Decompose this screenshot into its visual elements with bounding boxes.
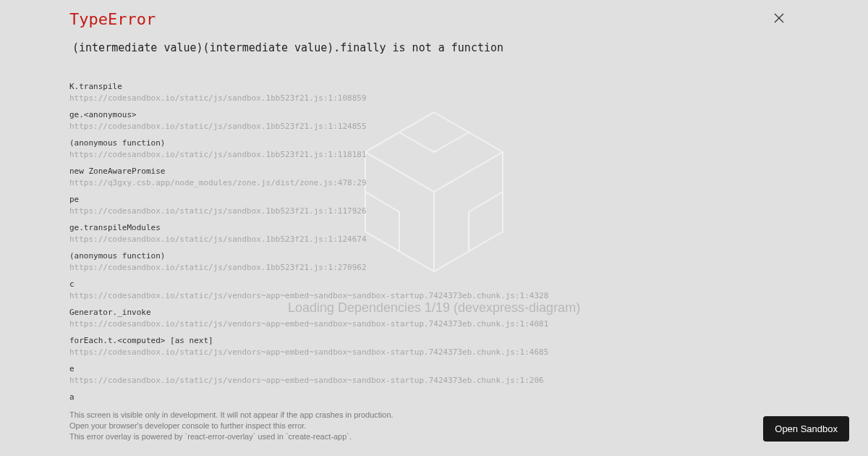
frame-function: K.transpile: [69, 82, 799, 91]
stack-frame[interactable]: a: [69, 392, 799, 402]
stack-frame[interactable]: ge.<anonymous>https://codesandbox.io/sta…: [69, 110, 799, 131]
stack-frame[interactable]: (anonymous function)https://codesandbox.…: [69, 251, 799, 272]
frame-location: https://codesandbox.io/static/js/vendors…: [69, 291, 799, 300]
frame-location: https://codesandbox.io/static/js/sandbox…: [69, 150, 799, 159]
stack-frame[interactable]: Generator._invokehttps://codesandbox.io/…: [69, 308, 799, 329]
frame-function: Generator._invoke: [69, 308, 799, 317]
frame-location: https://codesandbox.io/static/js/sandbox…: [69, 206, 799, 216]
frame-location: https://codesandbox.io/static/js/vendors…: [69, 319, 799, 329]
frame-function: (anonymous function): [69, 138, 799, 148]
error-message: (intermediate value)(intermediate value)…: [69, 41, 799, 54]
frame-function: pe: [69, 195, 799, 204]
open-sandbox-button[interactable]: Open Sandbox: [763, 416, 849, 442]
stack-frame[interactable]: chttps://codesandbox.io/static/js/vendor…: [69, 279, 799, 300]
frame-location: https://q3gxy.csb.app/node_modules/zone.…: [69, 178, 799, 187]
frame-location: https://codesandbox.io/static/js/sandbox…: [69, 263, 799, 272]
frame-location: https://codesandbox.io/static/js/sandbox…: [69, 93, 799, 103]
close-button[interactable]: [774, 13, 788, 28]
error-overlay: TypeError (intermediate value)(intermedi…: [0, 0, 868, 456]
footer-note: This screen is visible only in developme…: [69, 410, 799, 419]
footer-note: This error overlay is powered by `react-…: [69, 432, 799, 441]
stack-frames: K.transpilehttps://codesandbox.io/static…: [69, 82, 799, 402]
frame-location: https://codesandbox.io/static/js/sandbox…: [69, 235, 799, 244]
open-sandbox-label: Open Sandbox: [775, 423, 838, 434]
frame-location: https://codesandbox.io/static/js/vendors…: [69, 376, 799, 385]
frame-function: (anonymous function): [69, 251, 799, 261]
frame-function: c: [69, 279, 799, 289]
footer-note: Open your browser's developer console to…: [69, 421, 799, 430]
frame-function: forEach.t.<computed> [as next]: [69, 336, 799, 345]
stack-frame[interactable]: pehttps://codesandbox.io/static/js/sandb…: [69, 195, 799, 216]
frame-location: https://codesandbox.io/static/js/vendors…: [69, 347, 799, 357]
stack-frame[interactable]: forEach.t.<computed> [as next]https://co…: [69, 336, 799, 357]
frame-function: a: [69, 392, 799, 402]
stack-frame[interactable]: (anonymous function)https://codesandbox.…: [69, 138, 799, 159]
stack-frame[interactable]: new ZoneAwarePromisehttps://q3gxy.csb.ap…: [69, 166, 799, 187]
error-type: TypeError: [69, 10, 799, 28]
stack-frame[interactable]: K.transpilehttps://codesandbox.io/static…: [69, 82, 799, 103]
frame-function: ge.transpileModules: [69, 223, 799, 232]
frame-location: https://codesandbox.io/static/js/sandbox…: [69, 122, 799, 131]
frame-function: ge.<anonymous>: [69, 110, 799, 119]
stack-frame[interactable]: ge.transpileModuleshttps://codesandbox.i…: [69, 223, 799, 244]
frame-function: new ZoneAwarePromise: [69, 166, 799, 176]
stack-frame[interactable]: ehttps://codesandbox.io/static/js/vendor…: [69, 364, 799, 385]
frame-function: e: [69, 364, 799, 373]
overlay-footer: This screen is visible only in developme…: [69, 410, 799, 441]
